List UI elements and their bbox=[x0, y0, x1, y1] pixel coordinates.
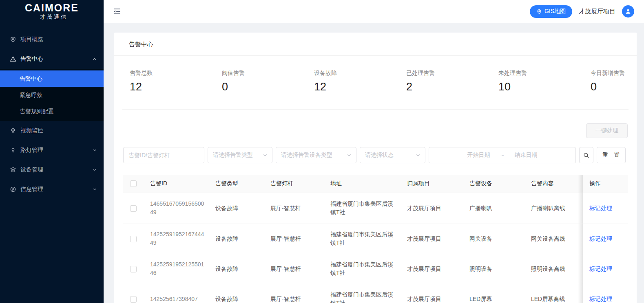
project-cell: 才茂展厅项目 bbox=[401, 254, 463, 284]
batch-process-button[interactable]: 一键处理 bbox=[586, 123, 628, 138]
user-avatar[interactable] bbox=[622, 5, 634, 18]
stat-unprocessed-alarms: 未处理告警 10 bbox=[492, 70, 584, 109]
mark-processed-link[interactable]: 标记处理 bbox=[589, 235, 612, 242]
gis-map-button[interactable]: GIS地图 bbox=[530, 5, 572, 18]
app-root: CAIMORE 才茂通信 项目概览 告警中心 告警中心 紧急呼救 告警规则配置 bbox=[0, 0, 644, 303]
sidebar-item-label: 告警中心 bbox=[20, 55, 92, 63]
header-right: GIS地图 才茂展厅项目 bbox=[530, 5, 634, 18]
mark-processed-link[interactable]: 标记处理 bbox=[589, 205, 612, 211]
alarm-stats: 告警总数 12 阀值告警 0 设备故障 12 已处理告警 2 bbox=[114, 56, 637, 109]
alarm-pole-cell: 展厅-智慧杆 bbox=[264, 254, 324, 284]
camera-icon bbox=[10, 127, 16, 134]
date-start-placeholder: 开始日期 bbox=[467, 152, 490, 159]
table-row: 142525617398407 设备故障 展厅-智慧杆 福建省厦门市集美区后溪镇… bbox=[123, 284, 628, 303]
alarm-device-cell: LED屏幕 bbox=[463, 284, 524, 303]
sidebar-item-project-overview[interactable]: 项目概览 bbox=[0, 30, 104, 49]
shield-icon bbox=[10, 36, 16, 43]
alarm-content-cell: LED屏幕离线 bbox=[524, 284, 583, 303]
mark-processed-link[interactable]: 标记处理 bbox=[589, 296, 612, 302]
alarm-pole-cell: 展厅-智慧杆 bbox=[264, 193, 324, 224]
sidebar-item-streetlight-mgmt[interactable]: 路灯管理 bbox=[0, 141, 104, 160]
search-button[interactable] bbox=[579, 147, 593, 163]
reset-button[interactable]: 重 置 bbox=[597, 147, 626, 163]
stat-total-alarms: 告警总数 12 bbox=[123, 70, 215, 109]
chevron-down-icon bbox=[92, 187, 97, 192]
col-header-alarm-type: 告警类型 bbox=[209, 175, 264, 193]
alarm-device-cell: 照明设备 bbox=[463, 254, 524, 284]
table-row: 1425259195216744449 设备故障 展厅-智慧杆 福建省厦门市集美… bbox=[123, 224, 628, 254]
alarm-type-cell: 设备故障 bbox=[209, 254, 264, 284]
current-project-label: 才茂展厅项目 bbox=[579, 8, 615, 15]
col-header-alarm-id: 告警ID bbox=[144, 175, 209, 193]
chevron-down-icon bbox=[415, 152, 421, 158]
alarm-content-cell: 网关设备离线 bbox=[524, 224, 583, 254]
stat-processed-alarms: 已处理告警 2 bbox=[400, 70, 492, 109]
col-header-project: 归属项目 bbox=[401, 175, 463, 193]
sidebar-item-device-mgmt[interactable]: 设备管理 bbox=[0, 160, 104, 180]
sidebar-subitem-emergency-call[interactable]: 紧急呼救 bbox=[0, 87, 104, 103]
table-toolbar: 一键处理 bbox=[123, 123, 628, 138]
divider bbox=[122, 109, 629, 110]
menu-fold-icon[interactable] bbox=[113, 7, 122, 16]
sidebar-item-alarm-center-group[interactable]: 告警中心 bbox=[0, 49, 104, 69]
chevron-up-icon bbox=[92, 57, 97, 61]
sidebar-subitem-alarm-rule-config[interactable]: 告警规则配置 bbox=[0, 103, 104, 119]
sidebar-item-label: 项目概览 bbox=[20, 36, 97, 43]
streetlight-icon bbox=[10, 147, 16, 154]
table-row: 1465516705915650049 设备故障 展厅-智慧杆 福建省厦门市集美… bbox=[123, 193, 628, 224]
chevron-down-icon bbox=[92, 167, 97, 172]
alarm-device-type-select[interactable]: 请选择告警设备类型 bbox=[276, 147, 356, 163]
map-pin-icon bbox=[536, 9, 542, 14]
gis-map-label: GIS地图 bbox=[544, 8, 566, 15]
sidebar-item-label: 视频监控 bbox=[20, 127, 97, 134]
sidebar-item-video-monitor[interactable]: 视频监控 bbox=[0, 121, 104, 141]
row-checkbox[interactable] bbox=[130, 205, 137, 212]
stat-device-faults: 设备故障 12 bbox=[308, 70, 400, 109]
alarm-type-select[interactable]: 请选择告警类型 bbox=[208, 147, 272, 163]
stat-threshold-alarms: 阀值告警 0 bbox=[215, 70, 308, 109]
content-area: 告警中心 告警总数 12 阀值告警 0 设备故障 12 已 bbox=[104, 23, 644, 303]
sidebar-subitem-alarm-center[interactable]: 告警中心 bbox=[0, 70, 104, 87]
sidebar-menu: 项目概览 告警中心 告警中心 紧急呼救 告警规则配置 视频监控 bbox=[0, 30, 104, 199]
project-cell: 才茂展厅项目 bbox=[401, 284, 463, 303]
alarm-status-select[interactable]: 请选择状态 bbox=[360, 147, 425, 163]
address-cell: 福建省厦门市集美区后溪镇T社 bbox=[324, 284, 401, 303]
date-separator: ~ bbox=[500, 152, 504, 158]
alarm-content-cell: 广播喇叭离线 bbox=[524, 193, 583, 224]
table-header-row: 告警ID 告警类型 告警灯杆 地址 归属项目 告警设备 告警内容 操作 bbox=[123, 175, 628, 193]
warning-triangle-icon bbox=[10, 56, 16, 62]
alarm-center-card: 告警中心 告警总数 12 阀值告警 0 设备故障 12 已 bbox=[114, 33, 637, 303]
alarm-type-cell: 设备故障 bbox=[209, 193, 264, 224]
person-icon bbox=[624, 8, 632, 15]
alarm-keyword-input[interactable] bbox=[123, 147, 204, 163]
sidebar-item-label: 设备管理 bbox=[20, 166, 92, 173]
alarm-id-cell: 1425259195216744449 bbox=[150, 230, 206, 247]
alarm-id-cell: 142525617398407 bbox=[150, 295, 206, 303]
col-header-alarm-content: 告警内容 bbox=[524, 175, 583, 193]
chevron-down-icon bbox=[346, 152, 352, 158]
brand-logo-subtitle: 才茂通信 bbox=[0, 13, 104, 21]
row-checkbox[interactable] bbox=[130, 296, 137, 303]
alarm-center-submenu: 告警中心 紧急呼救 告警规则配置 bbox=[0, 69, 104, 121]
mark-processed-link[interactable]: 标记处理 bbox=[589, 266, 612, 272]
search-icon bbox=[583, 152, 590, 159]
row-checkbox[interactable] bbox=[130, 236, 137, 242]
sidebar-item-label: 路灯管理 bbox=[20, 147, 92, 154]
sidebar: CAIMORE 才茂通信 项目概览 告警中心 告警中心 紧急呼救 告警规则配置 bbox=[0, 0, 104, 303]
date-end-placeholder: 结束日期 bbox=[515, 152, 538, 159]
alarm-content-cell: 照明设备离线 bbox=[524, 254, 583, 284]
col-header-alarm-device: 告警设备 bbox=[463, 175, 524, 193]
col-header-alarm-pole: 告警灯杆 bbox=[264, 175, 324, 193]
page-title: 告警中心 bbox=[114, 33, 637, 56]
date-range-picker[interactable]: 开始日期 ~ 结束日期 bbox=[429, 147, 576, 163]
alarm-id-cell: 1425259195212550146 bbox=[150, 260, 206, 277]
alarm-device-cell: 广播喇叭 bbox=[463, 193, 524, 224]
sidebar-item-info-mgmt[interactable]: 信息管理 bbox=[0, 180, 104, 199]
chevron-down-icon bbox=[92, 148, 97, 153]
select-all-checkbox[interactable] bbox=[130, 180, 137, 187]
alarm-device-cell: 网关设备 bbox=[463, 224, 524, 254]
layers-icon bbox=[10, 167, 16, 173]
row-checkbox[interactable] bbox=[130, 266, 137, 272]
col-header-actions: 操作 bbox=[583, 175, 628, 193]
filter-bar: 请选择告警类型 请选择告警设备类型 请选择状态 开始日期 ~ 结束日期 bbox=[123, 147, 628, 163]
